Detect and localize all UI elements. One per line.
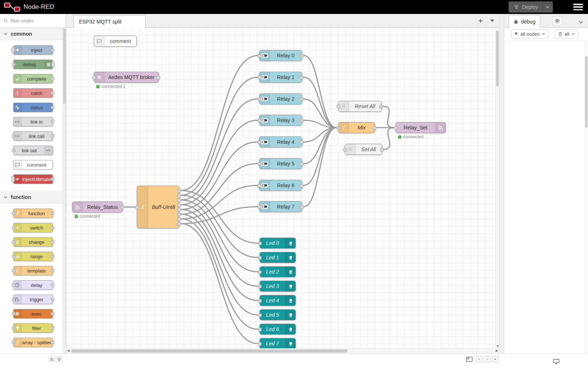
palette-collapse-all-button[interactable] <box>49 356 55 362</box>
input-port[interactable] <box>258 97 261 101</box>
output-port[interactable] <box>177 208 181 211</box>
navigator-toggle-icon[interactable] <box>466 357 473 362</box>
palette-scrollbar-thumb[interactable] <box>63 28 65 104</box>
tab-esp32-mqtt-split[interactable]: ESP32 MQTT split <box>74 15 146 28</box>
output-port[interactable] <box>177 222 181 226</box>
input-port[interactable] <box>258 285 262 288</box>
input-port[interactable] <box>12 312 15 315</box>
output-port[interactable] <box>121 206 124 209</box>
palette-node-array-splitter[interactable]: farray - splitter <box>13 338 53 347</box>
flow-list-button[interactable] <box>488 17 496 25</box>
palette-node-link-in[interactable]: link in <box>13 117 53 127</box>
output-port[interactable] <box>51 341 54 344</box>
output-port[interactable] <box>300 140 304 144</box>
palette-node-comment[interactable]: comment <box>13 160 53 170</box>
input-port[interactable] <box>12 149 15 152</box>
output-port[interactable] <box>51 327 54 330</box>
flow-node-relay4[interactable]: Relay 4 <box>259 136 302 147</box>
output-port[interactable] <box>51 284 54 287</box>
output-port[interactable] <box>51 255 54 258</box>
flow-node-buff[interactable]: fBuff-UInt8 <box>137 186 179 228</box>
flow-node-led7[interactable]: Led 7 <box>259 338 296 348</box>
input-port[interactable] <box>343 148 347 152</box>
output-port[interactable] <box>51 312 54 315</box>
output-port[interactable] <box>177 213 181 216</box>
palette-node-filter[interactable]: filter <box>13 323 53 333</box>
input-port[interactable] <box>12 135 15 138</box>
input-port[interactable] <box>12 226 15 229</box>
flow-node-comment1[interactable]: comment <box>94 36 137 47</box>
debug-filter-button[interactable]: all nodes <box>511 29 548 39</box>
output-port[interactable] <box>51 269 54 272</box>
output-port[interactable] <box>379 105 383 108</box>
input-port[interactable] <box>12 341 15 344</box>
input-port[interactable] <box>258 256 262 260</box>
scroll-right-arrow-icon[interactable]: ▶ <box>496 349 498 352</box>
input-port[interactable] <box>337 105 340 108</box>
flow-node-relay5[interactable]: Relay 5 <box>259 158 302 169</box>
input-port[interactable] <box>92 76 96 79</box>
flow-node-relay6[interactable]: Relay 6 <box>259 180 302 191</box>
deploy-button[interactable]: Deploy <box>509 1 553 13</box>
output-port[interactable] <box>51 135 54 138</box>
flow-node-reset[interactable]: ☝Reset All <box>338 101 381 112</box>
sidebar-scrollbar[interactable] <box>584 41 588 363</box>
output-port[interactable] <box>380 148 384 152</box>
palette-node-inject-ultimate[interactable]: InjectUltimate <box>13 174 53 184</box>
input-port[interactable] <box>258 299 262 303</box>
add-flow-button[interactable] <box>476 17 484 25</box>
output-port[interactable] <box>300 76 304 79</box>
palette-node-catch[interactable]: catch <box>13 88 53 98</box>
palette-node-change[interactable]: change <box>13 237 53 247</box>
input-port[interactable] <box>394 126 398 130</box>
zoom-in-button[interactable]: + <box>492 356 498 362</box>
flow-node-relaystatus[interactable]: Relay_Statusconnected <box>72 202 123 213</box>
output-port[interactable] <box>300 54 304 58</box>
input-port[interactable] <box>12 212 15 215</box>
palette-node-trigger[interactable]: trigger <box>13 295 53 304</box>
output-port[interactable] <box>51 92 54 95</box>
flow-node-led0[interactable]: Led 0 <box>259 238 296 249</box>
output-port[interactable] <box>157 76 160 79</box>
flow-node-relay1[interactable]: Relay 1 <box>259 72 302 83</box>
output-port[interactable] <box>300 119 304 122</box>
palette-category-function[interactable]: function <box>0 191 66 203</box>
display-toggle-icon[interactable] <box>553 359 559 366</box>
input-port[interactable] <box>258 140 261 144</box>
output-port[interactable] <box>177 203 181 207</box>
output-port[interactable] <box>177 217 181 221</box>
flow-node-relay3[interactable]: Relay 3 <box>259 115 302 126</box>
palette-category-common[interactable]: common <box>0 28 66 40</box>
input-port[interactable] <box>12 327 15 330</box>
sidebar-menu-button[interactable] <box>579 19 583 25</box>
output-port[interactable] <box>300 162 304 166</box>
output-port[interactable] <box>51 120 54 123</box>
debug-clear-button[interactable]: all <box>555 29 578 39</box>
sidebar-settings-button[interactable] <box>552 16 562 25</box>
flow-node-mix[interactable]: fMix <box>338 122 375 133</box>
output-port[interactable] <box>51 241 54 243</box>
palette-expand-all-button[interactable] <box>56 356 62 362</box>
palette-node-status[interactable]: status <box>13 103 53 112</box>
flow-node-relayset[interactable]: Relay_Setconnected <box>395 122 446 133</box>
tab-debug[interactable]: debug <box>509 15 540 28</box>
scroll-down-arrow-icon[interactable]: ▼ <box>496 345 499 348</box>
output-port[interactable] <box>177 189 181 193</box>
canvas-vscroll-thumb[interactable] <box>496 31 499 86</box>
input-port[interactable] <box>258 184 261 188</box>
flow-node-relay7[interactable]: Relay 7 <box>259 201 302 212</box>
input-port[interactable] <box>258 342 262 346</box>
deploy-options-button[interactable] <box>542 2 552 12</box>
input-port[interactable] <box>258 119 261 122</box>
canvas-horizontal-scrollbar[interactable]: ◀ ▶ <box>66 348 499 353</box>
input-port[interactable] <box>12 269 15 272</box>
palette-node-delay[interactable]: delay <box>13 280 53 290</box>
palette-scrollbar[interactable] <box>62 28 66 353</box>
input-port[interactable] <box>135 206 139 209</box>
input-port[interactable] <box>258 162 261 166</box>
palette-node-range[interactable]: range <box>13 252 53 261</box>
palette-node-switch[interactable]: switch <box>13 223 53 232</box>
flow-node-led6[interactable]: Led 6 <box>259 324 296 335</box>
input-port[interactable] <box>12 298 15 301</box>
input-port[interactable] <box>258 313 262 317</box>
